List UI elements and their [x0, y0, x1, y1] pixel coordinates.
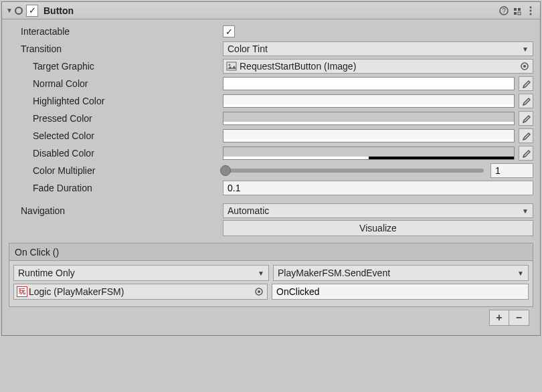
- pressed-color-label: Pressed Color: [9, 113, 223, 124]
- on-click-event-box: On Click () Runtime Only ▼ PlayMakerFSM.…: [9, 243, 533, 307]
- normal-color-label: Normal Color: [9, 78, 223, 89]
- selected-color-field[interactable]: [223, 129, 515, 142]
- svg-point-11: [229, 64, 231, 66]
- navigation-label: Navigation: [9, 205, 223, 216]
- transition-value: Color Tint: [228, 43, 268, 54]
- component-status-icon: [14, 6, 23, 15]
- svg-point-9: [530, 13, 532, 15]
- color-multiplier-slider[interactable]: [223, 169, 484, 173]
- component-header: ▼ ✓ Button ?: [2, 2, 540, 19]
- svg-point-8: [530, 9, 532, 11]
- eyedropper-icon[interactable]: [519, 111, 533, 126]
- method-dropdown[interactable]: PlayMakerFSM.SendEvent ▼: [273, 265, 529, 281]
- svg-point-0: [15, 7, 22, 14]
- target-graphic-field[interactable]: RequestStartButton (Image): [223, 59, 533, 74]
- transition-dropdown[interactable]: Color Tint ▼: [223, 41, 533, 56]
- playmaker-icon: 玩: [17, 286, 27, 297]
- svg-rect-4: [518, 8, 521, 11]
- event-list-footer: + −: [9, 307, 533, 328]
- preset-icon[interactable]: [511, 4, 524, 17]
- event-body: Runtime Only ▼ PlayMakerFSM.SendEvent ▼ …: [9, 261, 533, 306]
- highlighted-color-label: Highlighted Color: [9, 96, 223, 106]
- color-multiplier-input[interactable]: [490, 163, 533, 178]
- component-title: Button: [41, 5, 497, 16]
- color-multiplier-label: Color Multiplier: [9, 165, 223, 176]
- eyedropper-icon[interactable]: [519, 128, 533, 143]
- slider-thumb[interactable]: [220, 165, 231, 176]
- svg-rect-3: [514, 8, 517, 11]
- disabled-color-field[interactable]: [223, 146, 515, 160]
- chevron-down-icon: ▼: [522, 207, 529, 215]
- eyedropper-icon[interactable]: [519, 94, 533, 108]
- navigation-dropdown[interactable]: Automatic ▼: [223, 203, 533, 218]
- call-state-dropdown[interactable]: Runtime Only ▼: [13, 265, 269, 281]
- transition-label: Transition: [9, 43, 223, 54]
- add-event-button[interactable]: +: [489, 310, 509, 326]
- navigation-value: Automatic: [228, 205, 269, 216]
- help-icon[interactable]: ?: [497, 4, 511, 17]
- svg-rect-5: [514, 12, 517, 15]
- svg-point-15: [258, 290, 260, 293]
- svg-text:?: ?: [502, 7, 506, 15]
- context-menu-icon[interactable]: [524, 4, 537, 17]
- normal-color-field[interactable]: [223, 77, 515, 90]
- event-target-field[interactable]: 玩 Logic (PlayMakerFSM): [13, 284, 268, 300]
- chevron-down-icon: ▼: [517, 270, 524, 277]
- fade-duration-label: Fade Duration: [9, 183, 223, 193]
- highlighted-color-field[interactable]: [223, 94, 515, 108]
- foldout-toggle[interactable]: ▼: [5, 7, 14, 14]
- eyedropper-icon[interactable]: [519, 76, 533, 91]
- disabled-color-label: Disabled Color: [9, 148, 223, 159]
- svg-point-7: [530, 6, 532, 8]
- image-icon: [226, 62, 237, 71]
- fade-duration-input[interactable]: [223, 181, 533, 195]
- eyedropper-icon[interactable]: [519, 146, 533, 161]
- button-component-inspector: ▼ ✓ Button ? Interactable ✓ Transition C…: [1, 1, 541, 336]
- remove-event-button[interactable]: −: [509, 310, 529, 326]
- svg-rect-10: [227, 62, 236, 70]
- pressed-color-field[interactable]: [223, 112, 515, 125]
- event-argument-input[interactable]: [272, 284, 529, 300]
- interactable-checkbox[interactable]: ✓: [223, 25, 235, 37]
- chevron-down-icon: ▼: [258, 270, 264, 277]
- svg-rect-6: [518, 12, 521, 15]
- interactable-label: Interactable: [9, 26, 223, 37]
- target-graphic-label: Target Graphic: [9, 61, 223, 72]
- chevron-down-icon: ▼: [522, 45, 529, 53]
- selected-color-label: Selected Color: [9, 130, 223, 141]
- object-picker-icon[interactable]: [254, 286, 264, 297]
- visualize-button[interactable]: Visualize: [223, 220, 533, 236]
- component-enabled-checkbox[interactable]: ✓: [26, 5, 38, 17]
- component-body: Interactable ✓ Transition Color Tint ▼ T…: [2, 19, 540, 335]
- object-picker-icon[interactable]: [519, 61, 530, 72]
- target-graphic-value: RequestStartButton (Image): [240, 61, 356, 72]
- event-header: On Click (): [9, 243, 533, 261]
- svg-point-13: [523, 65, 526, 68]
